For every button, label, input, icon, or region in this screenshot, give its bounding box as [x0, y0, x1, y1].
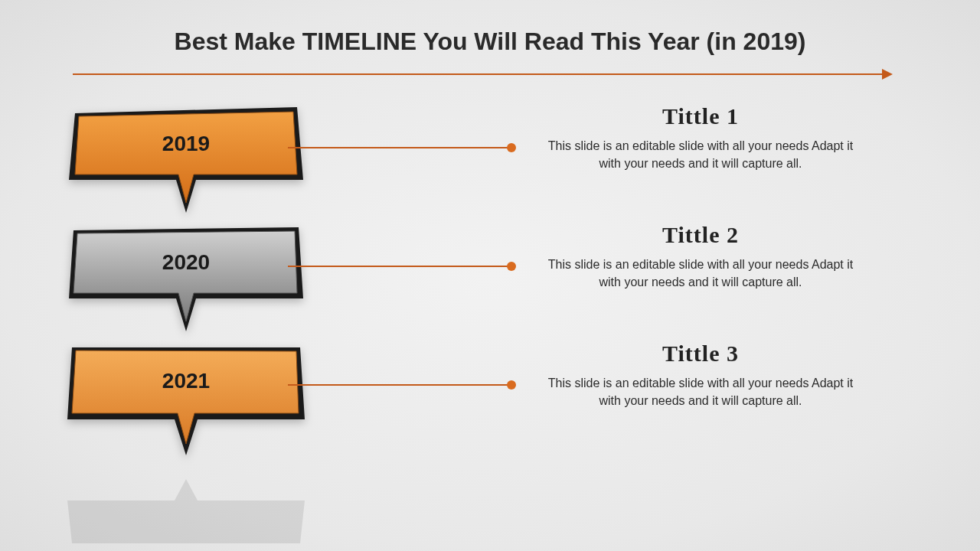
title-underline-arrow: [73, 73, 884, 75]
year-label: 2020: [67, 250, 305, 275]
year-block-2019: 2019: [67, 107, 312, 222]
svg-marker-3: [74, 231, 297, 321]
year-label: 2019: [67, 132, 305, 156]
svg-marker-6: [67, 479, 305, 543]
connector-line: [288, 147, 510, 148]
connector-line: [288, 384, 510, 386]
reflection-shadow: [67, 474, 312, 546]
connector-dot-icon: [507, 262, 516, 271]
timeline-item-1: Tittle 1 This slide is an editable slide…: [536, 103, 865, 172]
slide-title: Best Make TIMELINE You Will Read This Ye…: [0, 28, 980, 56]
item-title: Tittle 3: [536, 341, 865, 367]
timeline-item-2: Tittle 2 This slide is an editable slide…: [536, 222, 865, 291]
svg-marker-1: [75, 112, 297, 203]
connector-line: [288, 266, 510, 267]
item-description: This slide is an editable slide with all…: [536, 137, 865, 172]
year-label: 2021: [67, 369, 305, 393]
item-description: This slide is an editable slide with all…: [536, 374, 865, 409]
year-block-2021: 2021: [67, 344, 312, 463]
item-title: Tittle 2: [536, 222, 865, 248]
year-block-2020: 2020: [67, 226, 312, 341]
item-title: Tittle 1: [536, 103, 865, 129]
timeline-slide: Best Make TIMELINE You Will Read This Ye…: [0, 0, 980, 551]
svg-marker-5: [72, 350, 299, 444]
arrow-right-icon: [882, 69, 893, 80]
connector-dot-icon: [507, 380, 516, 390]
timeline-item-3: Tittle 3 This slide is an editable slide…: [536, 341, 865, 409]
connector-dot-icon: [507, 143, 516, 152]
item-description: This slide is an editable slide with all…: [536, 256, 865, 291]
